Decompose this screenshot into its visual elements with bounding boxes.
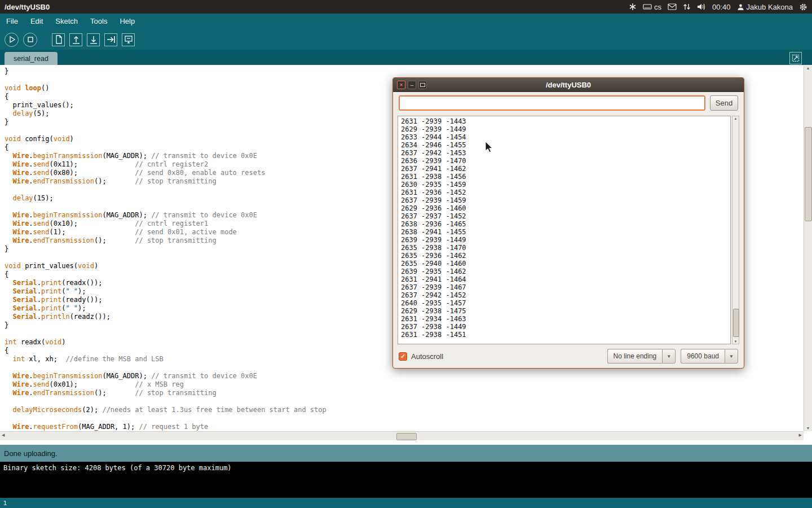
serial-monitor-window: × – /dev/ttyUSB0 Send 2631 -2939 -144326… bbox=[392, 77, 744, 369]
play-icon bbox=[6, 33, 18, 46]
serial-line: 2635 -2936 -1462 bbox=[401, 252, 727, 260]
serial-bottom-bar: ✓ Autoscroll No line ending ▼ 9600 baud … bbox=[399, 349, 738, 364]
serial-line: 2638 -2941 -1455 bbox=[401, 228, 727, 236]
serial-monitor-icon bbox=[123, 34, 134, 45]
serial-input[interactable] bbox=[399, 95, 705, 111]
serial-monitor-shortcut-button[interactable] bbox=[789, 52, 802, 64]
chevron-down-icon[interactable]: ▼ bbox=[662, 349, 676, 364]
indicator-applet[interactable] bbox=[629, 3, 637, 11]
code-line bbox=[5, 414, 804, 423]
serial-scrollbar-thumb[interactable] bbox=[733, 309, 739, 337]
serial-line: 2631 -2938 -1456 bbox=[401, 173, 727, 181]
baud-rate-value: 9600 baud bbox=[681, 349, 725, 364]
current-line-number: 1 bbox=[3, 500, 7, 506]
upload-button[interactable] bbox=[104, 33, 117, 46]
chevron-down-icon[interactable]: ▼ bbox=[725, 349, 738, 364]
menu-sketch[interactable]: Sketch bbox=[49, 14, 84, 29]
code-line: } bbox=[5, 67, 804, 76]
code-line: Wire.requestFrom(MAG_ADDR, 1); // reques… bbox=[5, 423, 804, 431]
serial-line: 2634 -2946 -1455 bbox=[401, 141, 727, 149]
keyboard-layout-indicator[interactable]: cs bbox=[643, 3, 661, 11]
editor-horizontal-scrollbar[interactable]: ◀ ▶ bbox=[0, 431, 804, 440]
network-indicator[interactable] bbox=[683, 3, 691, 11]
open-sketch-button[interactable] bbox=[69, 33, 82, 46]
serial-scrollbar[interactable]: ▲ ▼ bbox=[732, 116, 739, 344]
autoscroll-checkbox[interactable]: ✓ Autoscroll bbox=[399, 352, 443, 361]
scroll-up-arrow-icon[interactable]: ▲ bbox=[804, 66, 812, 70]
serial-line: 2637 -2939 -1459 bbox=[401, 196, 727, 204]
autoscroll-label: Autoscroll bbox=[411, 352, 443, 361]
serial-line: 2631 -2934 -1463 bbox=[401, 315, 727, 323]
serial-line: 2637 -2938 -1449 bbox=[401, 323, 727, 331]
serial-output-wrap: 2631 -2939 -14432629 -2939 -14492633 -29… bbox=[398, 116, 739, 344]
scroll-down-arrow-icon[interactable]: ▼ bbox=[804, 426, 812, 430]
tab-label: serial_read bbox=[14, 55, 48, 63]
menu-tools[interactable]: Tools bbox=[84, 14, 113, 29]
stop-icon bbox=[24, 33, 37, 46]
serial-monitor-titlebar[interactable]: × – /dev/ttyUSB0 bbox=[393, 78, 744, 92]
serial-line: 2637 -2939 -1467 bbox=[401, 283, 727, 291]
serial-output[interactable]: 2631 -2939 -14432629 -2939 -14492633 -29… bbox=[398, 116, 731, 344]
username: Jakub Kakona bbox=[747, 3, 793, 11]
serial-line: 2637 -2937 -1452 bbox=[401, 212, 727, 220]
serial-line: 2638 -2936 -1465 bbox=[401, 220, 727, 228]
code-line: Wire.send(0x01); // x MSB reg bbox=[5, 380, 804, 389]
save-sketch-button[interactable] bbox=[87, 33, 100, 46]
serial-monitor-shortcut-icon bbox=[791, 54, 800, 63]
serial-line: 2629 -2936 -1460 bbox=[401, 204, 727, 212]
status-message: Done uploading. bbox=[4, 449, 58, 458]
envelope-icon bbox=[668, 3, 677, 10]
speaker-icon bbox=[697, 3, 706, 11]
serial-line: 2640 -2935 -1457 bbox=[401, 299, 727, 307]
scroll-left-arrow-icon[interactable]: ◀ bbox=[2, 433, 5, 437]
serial-line: 2631 -2939 -1443 bbox=[401, 117, 727, 125]
updown-arrows-icon bbox=[683, 3, 691, 11]
session-menu[interactable] bbox=[799, 3, 807, 11]
serial-scroll-up-icon[interactable]: ▲ bbox=[732, 117, 739, 120]
serial-line: 2639 -2935 -1462 bbox=[401, 268, 727, 275]
serial-line: 2635 -2938 -1470 bbox=[401, 244, 727, 252]
new-sketch-button[interactable] bbox=[52, 33, 65, 46]
menu-help[interactable]: Help bbox=[113, 14, 141, 29]
editor-horizontal-scrollbar-thumb[interactable] bbox=[396, 433, 417, 440]
menu-edit[interactable]: Edit bbox=[24, 14, 49, 29]
baud-rate-select[interactable]: 9600 baud ▼ bbox=[681, 349, 738, 364]
volume-indicator[interactable] bbox=[697, 3, 706, 11]
serial-monitor-button[interactable] bbox=[122, 33, 135, 46]
user-menu[interactable]: Jakub Kakona bbox=[737, 3, 793, 11]
verify-button[interactable] bbox=[5, 33, 19, 47]
minimize-button[interactable]: – bbox=[408, 81, 416, 89]
console-line: Binary sketch size: 4208 bytes (of a 307… bbox=[3, 464, 809, 472]
serial-line: 2635 -2940 -1460 bbox=[401, 260, 727, 268]
arrow-up-icon bbox=[70, 34, 82, 45]
serial-line: 2629 -2939 -1449 bbox=[401, 125, 727, 133]
send-button[interactable]: Send bbox=[710, 95, 738, 111]
serial-line: 2631 -2938 -1451 bbox=[401, 331, 727, 339]
close-button[interactable]: × bbox=[397, 81, 405, 89]
messages-indicator[interactable] bbox=[668, 3, 677, 10]
tab-serial-read[interactable]: serial_read bbox=[5, 52, 58, 65]
clock[interactable]: 00:40 bbox=[712, 3, 731, 11]
line-number-bar: 1 bbox=[0, 498, 812, 508]
menubar: File Edit Sketch Tools Help bbox=[0, 14, 812, 29]
gear-icon bbox=[799, 3, 807, 11]
editor-vertical-scrollbar[interactable]: ▲ ▼ bbox=[804, 65, 812, 431]
menu-file[interactable]: File bbox=[0, 14, 24, 29]
person-icon bbox=[737, 3, 744, 11]
scroll-right-arrow-icon[interactable]: ▶ bbox=[799, 433, 802, 437]
line-ending-value: No line ending bbox=[607, 349, 663, 364]
serial-scroll-down-icon[interactable]: ▼ bbox=[732, 340, 739, 343]
serial-line: 2631 -2941 -1464 bbox=[401, 275, 727, 283]
serial-line: 2631 -2936 -1452 bbox=[401, 189, 727, 196]
checkbox-checked-icon: ✓ bbox=[399, 352, 407, 361]
line-ending-select[interactable]: No line ending ▼ bbox=[607, 349, 676, 364]
serial-monitor-title: /dev/ttyUSB0 bbox=[393, 81, 744, 89]
serial-line: 2639 -2939 -1449 bbox=[401, 236, 727, 244]
stop-button[interactable] bbox=[23, 33, 37, 47]
system-panel: /dev/ttyUSB0 cs bbox=[0, 0, 812, 14]
maximize-button[interactable] bbox=[418, 81, 427, 89]
code-line: delayMicroseconds(2); //needs at least 1… bbox=[5, 406, 804, 414]
editor-vertical-scrollbar-thumb[interactable] bbox=[805, 127, 812, 221]
keyboard-icon bbox=[643, 3, 652, 10]
serial-line: 2630 -2935 -1459 bbox=[401, 181, 727, 189]
